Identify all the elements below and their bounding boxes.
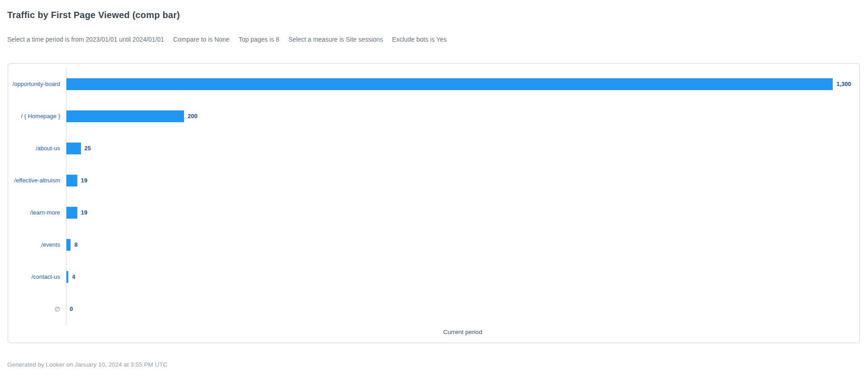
category-label[interactable]: /contact-us <box>8 273 66 280</box>
bar-area: 25 <box>66 132 859 164</box>
category-label[interactable]: /opportunity-board <box>8 81 66 87</box>
bar[interactable] <box>66 239 71 251</box>
category-label[interactable]: /events <box>8 241 66 248</box>
bar-chart: /opportunity-board1,300/ { Homepage }200… <box>8 64 859 339</box>
bar[interactable] <box>66 175 77 186</box>
bar-area: 19 <box>66 164 859 196</box>
bar-area: 8 <box>66 229 859 261</box>
value-label[interactable]: 8 <box>74 241 77 248</box>
filter-exclude-bots: Exclude bots is Yes <box>392 35 447 43</box>
bar[interactable] <box>66 143 81 154</box>
bar-row: / { Homepage }200 <box>8 100 859 132</box>
bar[interactable] <box>66 110 184 122</box>
bar-area: 19 <box>66 196 859 229</box>
filter-top-pages: Top pages is 8 <box>239 35 279 43</box>
category-label[interactable]: / { Homepage } <box>8 113 66 119</box>
y-axis-line <box>66 68 66 325</box>
bar[interactable] <box>66 207 77 219</box>
filter-compare-to: Compare to is None <box>173 35 230 43</box>
generated-by-footer: Generated by Looker on January 10, 2024 … <box>7 361 861 368</box>
value-label[interactable]: 200 <box>188 113 198 119</box>
bar-area: 0 <box>66 293 859 325</box>
bar-row: /opportunity-board1,300 <box>8 68 859 100</box>
category-label[interactable]: /about-us <box>8 145 66 152</box>
category-label[interactable]: /learn-more <box>8 209 66 216</box>
bar[interactable] <box>66 78 833 90</box>
null-category-icon[interactable]: ∅ <box>8 306 66 313</box>
value-label[interactable]: 1,300 <box>836 81 851 87</box>
filter-bar: Select a time period is from 2023/01/01 … <box>7 35 861 43</box>
filter-measure: Select a measure is Site sessions <box>288 35 383 43</box>
bar-row: /events8 <box>8 229 859 261</box>
filter-time-period: Select a time period is from 2023/01/01 … <box>7 35 164 43</box>
value-label[interactable]: 19 <box>81 177 87 184</box>
bar-area: 200 <box>66 100 859 132</box>
bar-rows: /opportunity-board1,300/ { Homepage }200… <box>8 68 859 325</box>
chart-card: /opportunity-board1,300/ { Homepage }200… <box>8 63 860 343</box>
bar-row: /effective-altruism19 <box>8 164 859 196</box>
bar-row: ∅0 <box>8 293 859 325</box>
bar-area: 4 <box>66 261 859 293</box>
bar-row: /about-us25 <box>8 132 859 164</box>
value-label[interactable]: 0 <box>70 306 73 312</box>
bar-row: /contact-us4 <box>8 261 859 293</box>
value-label[interactable]: 19 <box>81 209 87 216</box>
bar-area: 1,300 <box>66 68 859 100</box>
value-label[interactable]: 4 <box>72 273 75 280</box>
x-axis-title: Current period <box>66 325 859 339</box>
page-title: Traffic by First Page Viewed (comp bar) <box>0 0 868 21</box>
bar-row: /learn-more19 <box>8 196 859 229</box>
value-label[interactable]: 25 <box>85 145 91 152</box>
category-label[interactable]: /effective-altruism <box>8 177 66 184</box>
